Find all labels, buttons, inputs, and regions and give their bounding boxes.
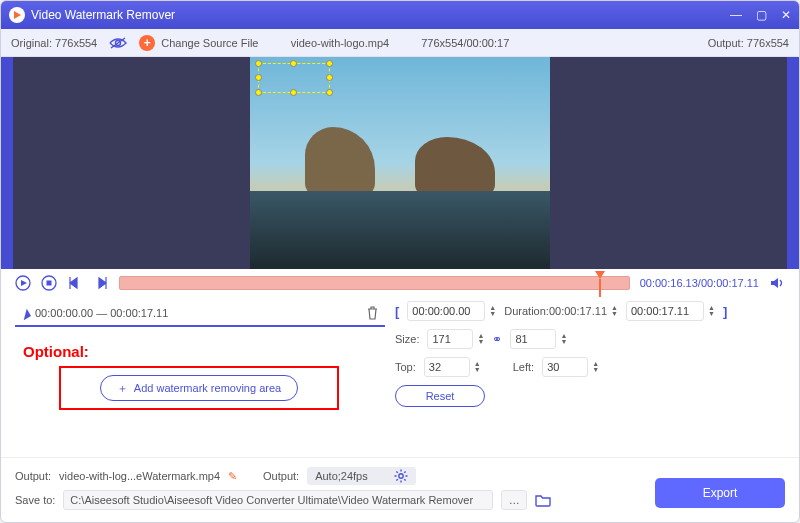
handle-nw[interactable] <box>255 60 262 67</box>
lock-ratio-icon[interactable]: ⚭ <box>492 332 502 346</box>
annotation-highlight: ＋ Add watermark removing area <box>59 366 339 410</box>
edit-filename-icon[interactable]: ✎ <box>228 470 237 483</box>
stepper[interactable]: ▲▼ <box>592 361 599 373</box>
gear-icon[interactable] <box>394 469 408 483</box>
handle-sw[interactable] <box>255 89 262 96</box>
bottom-bar: Output: video-with-log...eWatermark.mp4 … <box>1 457 799 522</box>
top-label: Top: <box>395 361 416 373</box>
maximize-icon[interactable]: ▢ <box>756 8 767 22</box>
add-watermark-area-button[interactable]: ＋ Add watermark removing area <box>100 375 298 401</box>
plus-icon: ＋ <box>117 381 128 396</box>
source-dims-time: 776x554/00:00:17 <box>421 37 509 49</box>
properties-panel: [ ▲▼ Duration:00:00:17.11 ▲▼ ▲▼ ] Size: … <box>395 301 785 415</box>
handle-n[interactable] <box>290 60 297 67</box>
stop-button[interactable] <box>41 275 57 291</box>
stepper[interactable]: ▲▼ <box>474 361 481 373</box>
app-window: Video Watermark Remover ― ▢ ✕ Original: … <box>0 0 800 523</box>
handle-w[interactable] <box>255 74 262 81</box>
svg-line-13 <box>404 479 405 480</box>
reset-button[interactable]: Reset <box>395 385 485 407</box>
size-height-input[interactable] <box>510 329 556 349</box>
stepper[interactable]: ▲▼ <box>477 333 484 345</box>
stepper[interactable]: ▲▼ <box>611 305 618 317</box>
range-end-input[interactable] <box>626 301 704 321</box>
timeline-cursor[interactable] <box>595 271 605 279</box>
pos-top-input[interactable] <box>424 357 470 377</box>
svg-marker-0 <box>14 11 21 19</box>
saveto-label: Save to: <box>15 494 55 506</box>
svg-point-7 <box>399 474 403 478</box>
open-folder-icon[interactable] <box>535 493 551 507</box>
left-label: Left: <box>513 361 534 373</box>
play-button[interactable] <box>15 275 31 291</box>
playback-controls: 00:00:16.13/00:00:17.11 <box>1 269 799 297</box>
pos-left-input[interactable] <box>542 357 588 377</box>
handle-se[interactable] <box>326 89 333 96</box>
volume-icon[interactable] <box>769 275 785 291</box>
titlebar: Video Watermark Remover ― ▢ ✕ <box>1 1 799 29</box>
size-width-input[interactable] <box>427 329 473 349</box>
infobar: Original: 776x554 + Change Source File v… <box>1 29 799 57</box>
video-preview[interactable] <box>1 57 799 269</box>
change-source-button[interactable]: + Change Source File <box>139 35 258 51</box>
watermark-selection-box[interactable] <box>258 63 330 93</box>
svg-line-14 <box>396 479 397 480</box>
video-frame <box>250 57 550 269</box>
stepper[interactable]: ▲▼ <box>708 305 715 317</box>
close-icon[interactable]: ✕ <box>781 8 791 22</box>
export-button[interactable]: Export <box>655 478 785 508</box>
eraser-icon: ◢ <box>18 305 31 320</box>
bracket-close-icon[interactable]: ] <box>723 304 727 319</box>
output-file-label: Output: <box>15 470 51 482</box>
size-label: Size: <box>395 333 419 345</box>
handle-s[interactable] <box>290 89 297 96</box>
plus-icon: + <box>139 35 155 51</box>
timeline-track[interactable] <box>119 276 630 290</box>
segment-row[interactable]: ◢ 00:00:00.00 — 00:00:17.11 <box>15 301 385 327</box>
set-in-button[interactable] <box>67 275 83 291</box>
segments-panel: ◢ 00:00:00.00 — 00:00:17.11 Optional: ＋ … <box>15 301 385 415</box>
handle-e[interactable] <box>326 74 333 81</box>
range-start-input[interactable] <box>407 301 485 321</box>
duration-label: Duration:00:00:17.11 <box>504 305 607 317</box>
saveto-path-input[interactable] <box>63 490 493 510</box>
optional-label: Optional: <box>23 343 385 360</box>
svg-rect-6 <box>47 281 52 286</box>
delete-segment-button[interactable] <box>366 306 379 320</box>
preview-toggle-icon[interactable] <box>109 37 127 49</box>
set-out-button[interactable] <box>93 275 109 291</box>
segment-range: 00:00:00.00 — 00:00:17.11 <box>35 307 168 319</box>
svg-line-12 <box>396 471 397 472</box>
original-dims: Original: 776x554 <box>11 37 97 49</box>
source-filename: video-with-logo.mp4 <box>291 37 389 49</box>
svg-line-15 <box>404 471 405 472</box>
output-dims: Output: 776x554 <box>708 37 789 49</box>
minimize-icon[interactable]: ― <box>730 8 742 22</box>
timecode: 00:00:16.13/00:00:17.11 <box>640 277 759 289</box>
stepper[interactable]: ▲▼ <box>489 305 496 317</box>
output-filename: video-with-log...eWatermark.mp4 <box>59 470 220 482</box>
output-format-label: Output: <box>263 470 299 482</box>
app-title: Video Watermark Remover <box>31 8 175 22</box>
handle-ne[interactable] <box>326 60 333 67</box>
svg-marker-4 <box>21 280 27 286</box>
browse-button[interactable]: … <box>501 490 527 510</box>
bracket-open-icon[interactable]: [ <box>395 304 399 319</box>
app-logo-icon <box>9 7 25 23</box>
output-format-chip[interactable]: Auto;24fps <box>307 467 416 485</box>
stepper[interactable]: ▲▼ <box>560 333 567 345</box>
